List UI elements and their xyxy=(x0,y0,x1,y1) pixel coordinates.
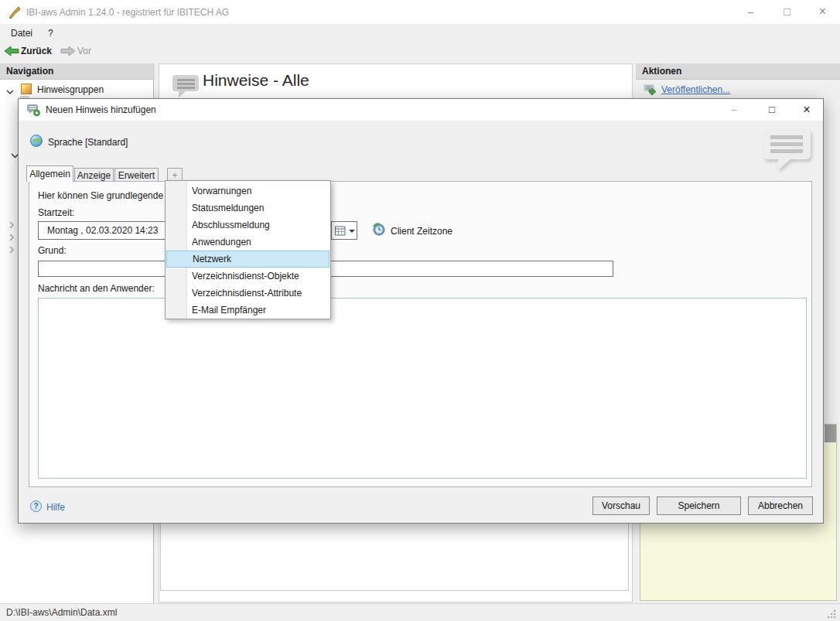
close-button[interactable]: × xyxy=(805,0,840,23)
menu-item-help[interactable]: ? xyxy=(44,26,57,40)
reason-label: Grund: xyxy=(38,245,67,256)
add-hint-dialog: Neuen Hinweis hinzufügen – □ × Sprache [… xyxy=(18,98,824,524)
globe-icon xyxy=(30,135,43,147)
menu-item-verzeichnisdienst-objekte[interactable]: Verzeichnisdienst-Objekte xyxy=(166,268,330,285)
hint-type-popup-menu: Vorwarnungen Statusmeldungen Abschlussme… xyxy=(165,180,331,319)
start-time-label: Startzeit: xyxy=(38,207,74,218)
scrollbar-thumb[interactable] xyxy=(825,425,836,442)
cancel-button[interactable]: Abbrechen xyxy=(748,496,813,515)
app-window: IBI-aws Admin 1.24.0 - registriert für I… xyxy=(0,0,840,621)
tab-allgemein[interactable]: Allgemein xyxy=(26,165,73,182)
dialog-maximize-button[interactable]: □ xyxy=(759,99,785,121)
menu-item-netzwerk[interactable]: Netzwerk xyxy=(166,251,330,268)
language-label: Sprache [Standard] xyxy=(48,137,128,148)
app-title: IBI-aws Admin 1.24.0 - registriert für I… xyxy=(26,7,229,18)
help-link[interactable]: Hilfe xyxy=(46,502,65,513)
dialog-minimize-button: – xyxy=(721,99,747,121)
publish-icon xyxy=(643,84,657,98)
chevron-down-icon xyxy=(349,230,355,233)
publish-link[interactable]: Veröffentlichen... xyxy=(661,84,730,95)
menu-item-verzeichnisdienst-attribute[interactable]: Verzeichnisdienst-Attribute xyxy=(166,285,330,302)
resize-grip[interactable] xyxy=(826,609,836,621)
timezone-label: Client Zeitzone xyxy=(391,226,452,237)
back-button-label[interactable]: Zurück xyxy=(21,45,52,57)
chevron-right-icon[interactable] xyxy=(9,233,15,244)
help-icon: ? xyxy=(30,500,42,512)
chevron-down-icon[interactable] xyxy=(6,87,14,97)
tab-anzeige[interactable]: Anzeige xyxy=(74,168,114,182)
page-title: Hinweise - Alle xyxy=(203,71,309,90)
message-label: Nachricht an den Anwender: xyxy=(38,283,155,294)
tab-erweitert[interactable]: Erweitert xyxy=(114,168,159,182)
speech-bubble-watermark-icon xyxy=(761,127,814,174)
back-arrow-icon xyxy=(4,45,19,57)
calendar-icon xyxy=(335,226,346,238)
dialog-title: Neuen Hinweis hinzufügen xyxy=(46,104,156,115)
calendar-dropdown-button[interactable] xyxy=(331,221,357,240)
navigation-header: Navigation xyxy=(0,63,155,80)
back-button[interactable] xyxy=(4,45,19,60)
chevron-right-icon[interactable] xyxy=(9,245,15,256)
forward-arrow-icon xyxy=(60,45,76,57)
forward-button-label[interactable]: Vor xyxy=(77,45,91,57)
toolbar: Zurück Vor xyxy=(0,41,840,61)
status-file-path: D:\IBI-aws\Admin\Data.xml xyxy=(6,607,117,618)
actions-header: Aktionen xyxy=(636,63,840,80)
menu-item-statusmeldungen[interactable]: Statusmeldungen xyxy=(166,200,330,217)
preview-button[interactable]: Vorschau xyxy=(592,496,650,515)
menu-item-email-empfaenger[interactable]: E-Mail Empfänger xyxy=(166,302,330,319)
dialog-close-button[interactable]: × xyxy=(794,99,820,121)
menu-bar: Datei ? xyxy=(0,24,840,41)
menu-item-abschlussmeldung[interactable]: Abschlussmeldung xyxy=(166,217,330,234)
intro-text: Hier können Sie grundlegende Ei xyxy=(38,190,174,201)
dialog-titlebar: Neuen Hinweis hinzufügen – □ × xyxy=(19,99,823,121)
message-textarea[interactable] xyxy=(38,298,807,479)
package-icon xyxy=(21,84,32,94)
tree-item-hinweisgruppen[interactable]: Hinweisgruppen xyxy=(37,84,104,96)
chevron-right-icon[interactable] xyxy=(9,220,15,231)
minimize-button[interactable]: – xyxy=(733,0,768,23)
menu-item-anwendungen[interactable]: Anwendungen xyxy=(166,234,330,251)
add-hint-icon xyxy=(26,104,41,119)
app-titlebar: IBI-aws Admin 1.24.0 - registriert für I… xyxy=(0,0,840,24)
tab-page-allgemein: Hier können Sie grundlegende Ei Startzei… xyxy=(29,181,812,487)
menu-item-vorwarnungen[interactable]: Vorwarnungen xyxy=(166,183,330,200)
maximize-button[interactable]: □ xyxy=(770,0,804,23)
save-button[interactable]: Speichern xyxy=(657,496,741,515)
menu-item-datei[interactable]: Datei xyxy=(7,26,36,40)
app-icon xyxy=(8,5,22,22)
status-bar: D:\IBI-aws\Admin\Data.xml xyxy=(0,603,840,621)
timezone-icon xyxy=(372,223,386,238)
speech-bubble-icon xyxy=(172,73,201,101)
forward-button[interactable] xyxy=(60,45,76,60)
